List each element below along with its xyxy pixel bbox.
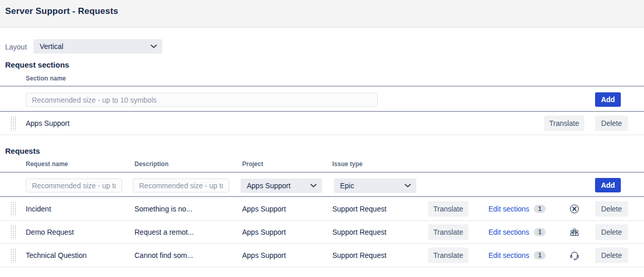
divider [0, 172, 644, 173]
request-issue-type-text: Support Request [332, 205, 386, 213]
delete-button[interactable]: Delete [595, 248, 628, 263]
section-name-text: Apps Support [26, 119, 70, 127]
section-name-input[interactable] [26, 93, 378, 107]
column-header-project: Project [242, 160, 263, 168]
request-row: Technical Question Cannot find som... Ap… [0, 244, 644, 267]
people-group-icon[interactable] [569, 226, 580, 238]
admin-page: Server Support - Requests Layout Vertica… [0, 0, 644, 277]
sections-count-badge: 1 [534, 251, 546, 259]
translate-button[interactable]: Translate [544, 116, 584, 131]
request-project-text: Apps Support [242, 205, 286, 213]
add-request-button[interactable]: Add [595, 178, 621, 192]
request-name-input[interactable] [26, 178, 122, 192]
section-row: Apps Support Translate Delete [0, 112, 644, 135]
request-description-text: Something is no... [134, 205, 192, 213]
request-name-text: Demo Request [26, 228, 74, 236]
request-description-input[interactable] [133, 178, 229, 192]
delete-button[interactable]: Delete [595, 201, 628, 217]
headset-icon[interactable] [569, 250, 580, 261]
column-header-description: Description [134, 160, 168, 168]
issue-type-select[interactable]: Epic [334, 178, 416, 193]
layout-select[interactable]: Vertical [33, 39, 162, 54]
divider [0, 196, 644, 197]
page-header: Server Support - Requests [0, 0, 644, 28]
request-project-text: Apps Support [242, 251, 286, 259]
request-sections-heading: Request sections [5, 60, 69, 69]
chevron-down-icon [150, 44, 157, 48]
drag-handle[interactable] [10, 117, 16, 131]
drag-handle[interactable] [10, 202, 16, 216]
chevron-down-icon [404, 184, 411, 188]
drag-handle[interactable] [10, 249, 16, 263]
edit-sections-link[interactable]: Edit sections [488, 205, 529, 213]
page-title: Server Support - Requests [5, 6, 118, 17]
project-select-value: Apps Support [247, 182, 291, 190]
sections-count-badge: 1 [534, 205, 546, 213]
column-header-section-name: Section name [26, 75, 66, 82]
chevron-down-icon [310, 184, 317, 188]
divider [0, 135, 644, 135]
request-issue-type-text: Support Request [332, 228, 386, 236]
edit-sections-wrap: Edit sections 1 [488, 228, 546, 236]
translate-button[interactable]: Translate [428, 201, 468, 217]
request-row: Incident Something is no... Apps Support… [0, 198, 644, 221]
sections-count-badge: 1 [534, 228, 546, 236]
project-select[interactable]: Apps Support [241, 178, 322, 193]
request-description-text: Cannot find som... [134, 251, 193, 259]
issue-type-select-value: Epic [340, 182, 354, 190]
edit-sections-wrap: Edit sections 1 [488, 205, 546, 213]
request-name-text: Technical Question [26, 251, 87, 259]
column-header-request-name: Request name [26, 160, 68, 168]
divider [0, 86, 644, 87]
drag-handle[interactable] [10, 225, 16, 239]
request-description-text: Request a remot... [134, 228, 194, 236]
edit-sections-wrap: Edit sections 1 [488, 251, 546, 259]
requests-heading: Requests [5, 146, 40, 155]
layout-select-value: Vertical [40, 42, 63, 51]
translate-button[interactable]: Translate [428, 248, 468, 263]
request-project-text: Apps Support [242, 228, 286, 236]
add-section-button[interactable]: Add [595, 92, 621, 107]
edit-sections-link[interactable]: Edit sections [488, 251, 529, 259]
translate-button[interactable]: Translate [428, 224, 468, 240]
request-row: Demo Request Request a remot... Apps Sup… [0, 221, 644, 244]
delete-button[interactable]: Delete [595, 224, 628, 240]
delete-button[interactable]: Delete [595, 116, 628, 131]
request-issue-type-text: Support Request [332, 251, 386, 259]
edit-sections-link[interactable]: Edit sections [488, 228, 529, 236]
layout-label: Layout [5, 43, 27, 51]
circle-x-icon[interactable] [569, 203, 580, 215]
column-header-issue-type: Issue type [332, 160, 363, 168]
request-name-text: Incident [26, 205, 51, 213]
